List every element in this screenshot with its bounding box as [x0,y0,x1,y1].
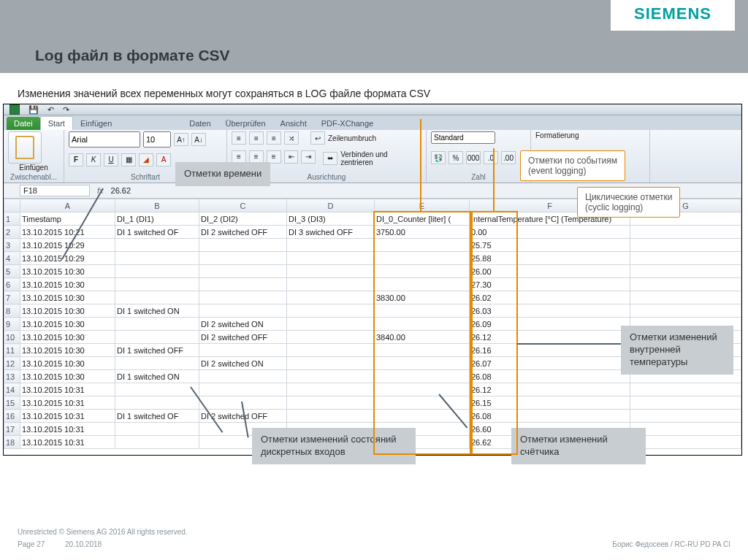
cell[interactable]: 26.08 [470,410,630,423]
cell[interactable] [287,239,375,252]
table-row[interactable]: 313.10.2015 10:2925.75 [4,239,741,252]
cell[interactable]: 13.10.2015 10:30 [20,304,115,318]
header-cell[interactable]: DI_1 (DI1) [115,212,199,226]
font-name-input[interactable] [69,131,140,147]
font-color-button[interactable]: A [156,153,171,166]
cell[interactable] [287,410,375,423]
cell[interactable] [115,265,199,278]
align-middle-icon[interactable]: ≡ [249,131,264,145]
cell[interactable] [375,265,470,278]
cell[interactable] [199,304,287,318]
table-row[interactable]: 813.10.2015 10:30DI 1 switched ON26.03 [4,304,741,318]
indent-dec-icon[interactable]: ⇤ [284,150,299,164]
header-cell[interactable]: Timestamp [20,212,115,226]
dec-inc-icon[interactable]: .0 [484,151,498,164]
thousands-icon[interactable]: 000 [466,151,481,164]
cell[interactable] [375,357,470,370]
redo-icon[interactable]: ↷ [63,105,69,115]
cell[interactable] [199,344,287,357]
cell[interactable] [115,331,199,344]
tab-daten[interactable]: Daten [182,117,218,130]
cell[interactable] [287,357,375,370]
cond-format-label[interactable]: Formatierung [535,131,645,139]
cell[interactable] [375,410,470,423]
cell[interactable] [199,383,287,396]
cell[interactable] [375,239,470,252]
tab-ansicht[interactable]: Ansicht [273,117,314,130]
cell[interactable] [287,370,375,383]
formula-value[interactable]: 26.62 [111,186,131,195]
select-all-cell[interactable] [4,199,20,212]
cell[interactable]: DI 1 switched OF [115,410,199,423]
cell[interactable] [199,252,287,265]
table-row[interactable]: 513.10.2015 10:3026.00 [4,265,741,278]
spreadsheet-grid[interactable]: A B C D E F G 1TimestampDI_1 (DI1)DI_2 (… [4,199,741,449]
cell[interactable]: 26.08 [470,370,630,383]
italic-button[interactable]: K [86,153,101,166]
cell[interactable] [115,396,199,410]
number-format-select[interactable] [431,131,495,144]
tab-datei[interactable]: Datei [7,117,40,130]
cell[interactable] [375,252,470,265]
decrease-font-icon[interactable]: A↓ [191,133,206,146]
cell[interactable] [115,278,199,291]
cell[interactable] [375,344,470,357]
paste-button[interactable] [8,131,42,164]
cell[interactable]: 13.10.2015 10:31 [20,410,115,423]
cell[interactable]: 26.03 [470,304,630,318]
cell[interactable]: 13.10.2015 10:31 [20,436,115,449]
table-row[interactable]: 613.10.2015 10:3027.30 [4,278,741,291]
cell[interactable] [287,383,375,396]
cell[interactable] [115,357,199,370]
wrap-text-icon[interactable]: ↩ [310,131,325,145]
cell[interactable]: DI 2 switched ON [199,318,287,331]
cell[interactable]: 0.00 [470,226,630,239]
cell[interactable]: 13.10.2015 10:30 [20,331,115,344]
cell[interactable] [115,291,199,304]
dec-dec-icon[interactable]: .00 [501,151,516,164]
align-top-icon[interactable]: ≡ [232,131,246,145]
cell[interactable]: 13.10.2015 10:30 [20,318,115,331]
cell[interactable]: 13.10.2015 10:30 [20,291,115,304]
cell[interactable] [375,304,470,318]
cell[interactable] [375,278,470,291]
cell[interactable]: 13.10.2015 10:31 [20,396,115,410]
cell[interactable]: 13.10.2015 10:30 [20,357,115,370]
cell[interactable]: 13.10.2015 10:31 [20,383,115,396]
cell[interactable]: 13.10.2015 10:31 [20,423,115,436]
cell[interactable]: DI 1 switched ON [115,304,199,318]
align-center-icon[interactable]: ≡ [249,150,264,164]
cell[interactable]: 3840.00 [375,331,470,344]
font-size-input[interactable] [143,131,171,147]
table-row[interactable]: 413.10.2015 10:2925.88 [4,252,741,265]
cell[interactable]: 26.12 [470,383,630,396]
cell[interactable] [287,318,375,331]
cell[interactable]: 13.10.2015 10:30 [20,370,115,383]
cell[interactable] [115,383,199,396]
name-box[interactable]: F18 [20,185,90,196]
cell[interactable] [375,318,470,331]
cell[interactable] [115,436,199,449]
cell[interactable]: DI 1 switched OF [115,226,199,239]
cell[interactable]: 13.10.2015 10:30 [20,278,115,291]
cell[interactable]: 13.10.2015 10:21 [20,226,115,239]
cell[interactable] [287,344,375,357]
align-right-icon[interactable]: ≡ [267,150,281,164]
cell[interactable] [375,383,470,396]
table-row[interactable]: 1513.10.2015 10:3126.15 [4,396,741,410]
cell[interactable] [199,370,287,383]
cell[interactable]: DI 2 switched OFF [199,226,287,239]
cell[interactable] [375,396,470,410]
increase-font-icon[interactable]: A↑ [174,133,188,146]
cell[interactable] [287,396,375,410]
merge-icon[interactable]: ⬌ [323,152,337,165]
col-D[interactable]: D [287,199,375,212]
cell[interactable] [115,423,199,436]
cell[interactable]: 13.10.2015 10:30 [20,344,115,357]
header-cell[interactable]: DI_3 (DI3) [287,212,375,226]
cell[interactable]: 13.10.2015 10:29 [20,252,115,265]
tab-pdfx[interactable]: PDF-XChange [314,117,381,130]
bold-button[interactable]: F [69,153,83,166]
currency-icon[interactable]: 💱 [431,151,446,164]
cell[interactable]: 25.75 [470,239,630,252]
